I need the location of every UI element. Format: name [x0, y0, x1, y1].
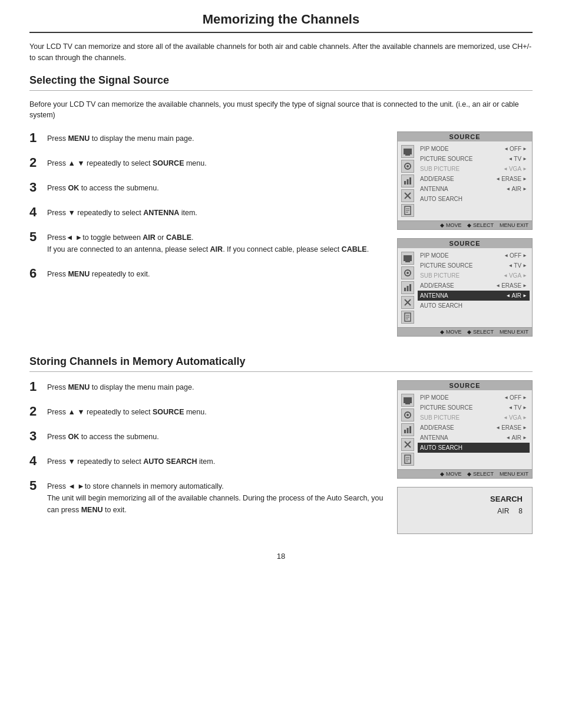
source-box2-body: PIP MODE ◄ OFF ► PICTURE SOURCE ◄ TV ► S… [398, 248, 532, 327]
sub-picture-label1: SUB PICTURE [420, 164, 503, 173]
section2-step3: 3 Press OK to access the submenu. [29, 430, 385, 443]
source-icons1 [400, 144, 415, 218]
source-row-pipmode2: PIP MODE ◄ OFF ► [418, 251, 530, 261]
svg-rect-26 [404, 397, 412, 403]
title-divider [29, 32, 533, 33]
svg-rect-1 [405, 154, 410, 156]
pip-mode-label1: PIP MODE [420, 144, 504, 153]
step6-content: Press MENU repeatedly to exit. [47, 267, 150, 280]
s2-step4-bold: AUTO SEARCH [143, 457, 197, 466]
source-row-adderase3: ADD/ERASE ◄ ERASE ► [418, 423, 530, 433]
source-box3-body: PIP MODE ◄ OFF ► PICTURE SOURCE ◄ TV ► S… [398, 390, 532, 469]
svg-rect-19 [409, 284, 411, 291]
page-title: Memorizing the Channels [29, 12, 533, 27]
section1-step5: 5 Press◄ ►to toggle between AIR or CABLE… [29, 230, 385, 255]
section2-screenshots: SOURCE [397, 380, 533, 534]
source-row-picturesource2: PICTURE SOURCE ◄ TV ► [418, 261, 530, 271]
section2-step5: 5 Press ◄ ►to store channels in memory a… [29, 479, 385, 516]
icon-signal3 [401, 423, 414, 436]
svg-rect-5 [407, 179, 409, 185]
step3-content: Press OK to access the submenu. [47, 181, 159, 194]
svg-rect-14 [405, 261, 410, 262]
search-box-title: SEARCH [407, 495, 523, 503]
s2-step1-bold: MENU [68, 383, 90, 391]
step1-bold: MENU [68, 134, 90, 143]
source-box3-title: SOURCE [398, 381, 532, 390]
s2-step5-content: Press ◄ ►to store channels in memory aut… [47, 479, 385, 516]
auto-search-label1: AUTO SEARCH [420, 195, 527, 203]
svg-point-16 [406, 272, 409, 274]
source-box1-title: SOURCE [398, 132, 532, 141]
section2-rule [29, 371, 533, 372]
s2-step-number-1: 1 [29, 380, 42, 393]
step5-bold2: CABLE [166, 233, 191, 242]
section1-screenshots: SOURCE [397, 131, 533, 345]
source-footer3: ◆ MOVE ◆ SELECT MENU EXIT [398, 469, 532, 478]
source-footer1: ◆ MOVE ◆ SELECT MENU EXIT [398, 220, 532, 229]
s2-step3-content: Press OK to access the submenu. [47, 430, 159, 443]
icon-signal2 [401, 281, 414, 294]
source-row-pipmode3: PIP MODE ◄ OFF ► [418, 393, 530, 403]
step2-content: Press ▲ ▼ repeatedly to select SOURCE me… [47, 156, 207, 169]
search-box-row: AIR 8 [407, 507, 523, 515]
step6-bold: MENU [68, 270, 90, 278]
step5-subbold2: CABLE [342, 245, 367, 253]
source-menu-box1: SOURCE [397, 131, 533, 230]
icon-doc2 [401, 311, 414, 324]
add-erase-value1: ◄ ERASE ► [495, 174, 527, 183]
step4-content: Press ▼ repeatedly to select ANTENNA ite… [47, 206, 197, 219]
s2-step-number-4: 4 [29, 454, 42, 467]
source-icons2 [400, 251, 415, 325]
source-footer2: ◆ MOVE ◆ SELECT MENU EXIT [398, 327, 532, 336]
svg-rect-0 [404, 149, 412, 154]
svg-rect-4 [404, 181, 406, 185]
source-row-autosearch1: AUTO SEARCH [418, 194, 530, 204]
page-number: 18 [29, 552, 533, 561]
step-number-2: 2 [29, 156, 42, 169]
section1-step3: 3 Press OK to access the submenu. [29, 181, 385, 194]
footer-menu3: MENU EXIT [500, 471, 528, 477]
footer-select1: ◆ SELECT [467, 222, 494, 228]
icon-tv3 [401, 394, 414, 407]
antenna-label1: ANTENNA [420, 185, 505, 193]
s2-step4-content: Press ▼ repeatedly to select AUTO SEARCH… [47, 454, 215, 467]
picture-source-label1: PICTURE SOURCE [420, 154, 508, 163]
s2-step-number-2: 2 [29, 405, 42, 418]
step2-bold: SOURCE [153, 159, 184, 167]
s2-step1-content: Press MENU to display the menu main page… [47, 380, 194, 393]
intro-text: Your LCD TV can memorize and store all o… [29, 41, 533, 64]
icon-doc [401, 204, 414, 217]
search-air-value: 8 [518, 507, 523, 515]
source-row-adderase2: ADD/ERASE ◄ ERASE ► [418, 281, 530, 291]
svg-rect-32 [409, 426, 411, 433]
source-row-antenna3: ANTENNA ◄ AIR ► [418, 433, 530, 443]
sub-picture-value1: ◄ VGA ► [503, 164, 527, 173]
icon-signal [401, 174, 414, 187]
section1-title: Selecting the Signal Source [29, 74, 533, 87]
source-menu-rows1: PIP MODE ◄ OFF ► PICTURE SOURCE ◄ TV ► S… [418, 144, 530, 218]
section1-step2: 2 Press ▲ ▼ repeatedly to select SOURCE … [29, 156, 385, 169]
section1-intro: Before your LCD TV can memorize the avai… [29, 99, 533, 121]
svg-rect-6 [409, 177, 411, 185]
svg-point-3 [406, 165, 409, 167]
section1-step1: 1 Press MENU to display the menu main pa… [29, 131, 385, 144]
section1-step4: 4 Press ▼ repeatedly to select ANTENNA i… [29, 206, 385, 219]
search-result-box: SEARCH AIR 8 [397, 487, 533, 534]
section1-rule [29, 90, 533, 91]
icon-settings2 [401, 266, 414, 279]
step-number-6: 6 [29, 267, 42, 280]
source-icons3 [400, 393, 415, 467]
step-number-1: 1 [29, 131, 42, 144]
section2-steps-left: 1 Press MENU to display the menu main pa… [29, 380, 385, 534]
s2-step2-content: Press ▲ ▼ repeatedly to select SOURCE me… [47, 405, 207, 418]
footer-move1: ◆ MOVE [440, 222, 461, 228]
step-number-3: 3 [29, 181, 42, 194]
icon-settings [401, 160, 414, 173]
icon-doc3 [401, 453, 414, 466]
source-box2-title: SOURCE [398, 239, 532, 248]
icon-settings3 [401, 409, 414, 421]
section1-steps-container: 1 Press MENU to display the menu main pa… [29, 131, 533, 345]
pip-mode-value1: ◄ OFF ► [504, 144, 527, 153]
source-row-picturesource1: PICTURE SOURCE ◄ TV ► [418, 154, 530, 164]
source-row-antenna2-highlighted: ANTENNA ◄ AIR ► [418, 291, 530, 301]
